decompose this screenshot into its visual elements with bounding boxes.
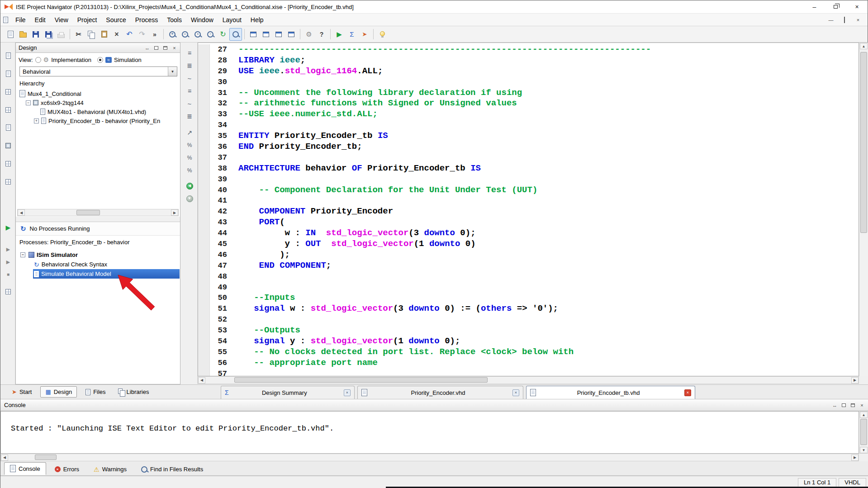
console-tab-console[interactable]: Console [4, 462, 46, 475]
close-tab-icon[interactable]: × [684, 389, 691, 396]
paste-button[interactable] [98, 28, 110, 41]
menu-layout[interactable]: Layout [218, 14, 246, 26]
mdi-minimize-button[interactable]: — [828, 17, 834, 23]
zoom-out-button[interactable]: − [179, 28, 191, 41]
settings-wrench-button[interactable]: ⚙ [303, 28, 315, 41]
code-line[interactable]: 28LIBRARY ieee; [198, 55, 859, 66]
menu-source[interactable]: Source [101, 14, 130, 26]
process-item[interactable]: ↻Behavioral Check Syntax [17, 260, 180, 269]
delete-button[interactable]: × [110, 28, 123, 41]
tab-design[interactable]: ▦Design [40, 386, 77, 398]
scroll-left-icon[interactable]: ◀ [1, 455, 8, 461]
zoom-full-button[interactable]: ▪ [191, 28, 204, 41]
menu-project[interactable]: Project [73, 14, 102, 26]
scroll-right-icon[interactable]: ▶ [851, 455, 859, 461]
menu-file[interactable]: File [11, 14, 30, 26]
hierarchy-scrollbar[interactable]: ◀ ▶ [17, 209, 179, 216]
code-line[interactable]: 46 ); [198, 250, 859, 261]
print-button[interactable] [55, 28, 67, 41]
float-panel-icon[interactable] [850, 403, 856, 408]
hierarchy-item[interactable]: −xc6slx9-2tqg144 [17, 98, 180, 107]
code-line[interactable]: 43 PORT( [198, 217, 859, 228]
tile-vertical-button[interactable] [272, 28, 285, 41]
collapse-icon[interactable]: − [26, 100, 31, 105]
redo-button[interactable]: ↷ [136, 28, 148, 41]
code-line[interactable]: 39 [198, 174, 859, 185]
syntax-percent-button[interactable]: % [185, 166, 194, 175]
close-tab-icon[interactable]: × [512, 389, 519, 396]
restore-button[interactable] [825, 0, 846, 13]
undo-button[interactable]: ↶ [123, 28, 136, 41]
stop-process-button[interactable]: ■ [3, 270, 13, 280]
squiggle-select-button[interactable]: ~ [185, 73, 194, 83]
replace-percent-button[interactable]: % [185, 153, 194, 163]
find-button[interactable] [229, 28, 242, 41]
rerun-process-button[interactable]: ▶ [3, 244, 13, 254]
code-line[interactable]: 54 signal y : std_logic_vector(1 downto … [198, 336, 859, 347]
floorplan-editor-button[interactable] [3, 105, 13, 115]
line-tools-button[interactable]: ≡ [185, 86, 194, 96]
code-line[interactable]: 41 [198, 195, 859, 206]
dock-horizontal-icon[interactable]: ↔ [832, 403, 838, 408]
mdi-close-button[interactable]: × [855, 17, 861, 23]
scrollbar-thumb[interactable] [860, 419, 867, 445]
console-output[interactable]: Started : "Launching ISE Text Editor to … [0, 411, 859, 454]
code-line[interactable]: 53 --Outputs [198, 325, 859, 336]
rtl-viewer-button[interactable] [3, 159, 13, 169]
close-panel-icon[interactable]: × [859, 403, 865, 408]
hint-bulb-button[interactable] [376, 28, 389, 41]
more-button[interactable]: » [148, 28, 161, 41]
editor-tab-priority-encoder-tb-vhd[interactable]: Priority_Encoder_tb.vhd× [526, 386, 695, 399]
scroll-right-icon[interactable]: ▶ [171, 209, 178, 216]
run-button[interactable]: ▶ [333, 28, 346, 41]
code-line[interactable]: 45 y : OUT std_logic_vector(1 downto 0) [198, 239, 859, 250]
console-tab-errors[interactable]: ×Errors [49, 463, 85, 475]
process-row[interactable]: ISim Simulator [28, 250, 180, 260]
code-line[interactable]: 29USE ieee.std_logic_1164.ALL; [198, 66, 859, 77]
squiggle-replace-button[interactable]: ~ [185, 99, 194, 109]
code-line[interactable]: 52 [198, 314, 859, 325]
editor-tab-design-summary[interactable]: ΣDesign Summary× [221, 386, 355, 399]
console-tab-warnings[interactable]: ⚠Warnings [88, 463, 133, 475]
editor-horizontal-scrollbar[interactable]: ◀ ▶ [198, 376, 859, 384]
radio-implementation[interactable] [35, 57, 41, 63]
cut-button[interactable]: ✂ [72, 28, 85, 41]
menu-edit[interactable]: Edit [30, 14, 50, 26]
editor-vertical-scrollbar[interactable]: ▲ ▼ [859, 43, 868, 384]
expand-icon[interactable]: + [34, 118, 39, 123]
code-line[interactable]: 57 [198, 369, 859, 376]
hierarchy-item[interactable]: Mux4_1_Conditional [17, 89, 180, 98]
code-line[interactable]: 27--------------------------------------… [198, 44, 859, 55]
create-schematic-button[interactable] [3, 87, 13, 97]
console-vertical-scrollbar[interactable]: ▲ ▼ [859, 411, 868, 454]
view-report-button[interactable] [3, 287, 13, 297]
code-line[interactable]: 47 END COMPONENT; [198, 261, 859, 271]
summary-sigma-button[interactable]: Σ [346, 28, 358, 41]
zoom-region-button[interactable]: ▫ [204, 28, 217, 41]
code-line[interactable]: 42 COMPONENT Priority_Encoder [198, 206, 859, 217]
code-line[interactable]: 30 [198, 77, 859, 88]
mdi-restore-button[interactable] [841, 17, 848, 23]
next-section-button[interactable]: ≣ [185, 61, 194, 71]
hierarchy-item[interactable]: +Priority_Encoder_tb - behavior (Priorit… [17, 116, 180, 125]
tab-libraries[interactable]: Libraries [114, 386, 154, 398]
goto-header-button[interactable]: ≡ [185, 48, 194, 58]
console-horizontal-scrollbar[interactable]: ◀ ▶ [0, 454, 859, 461]
code-area[interactable]: 27--------------------------------------… [198, 43, 859, 376]
console-tab-find-in-files-results[interactable]: Find in Files Results [135, 463, 209, 475]
code-line[interactable]: 48 [198, 271, 859, 282]
design-constraints-button[interactable] [3, 123, 13, 133]
maximize-panel-icon[interactable] [153, 45, 159, 51]
menu-help[interactable]: Help [246, 14, 268, 26]
menu-window[interactable]: Window [186, 14, 218, 26]
menu-view[interactable]: View [50, 14, 73, 26]
scrollbar-thumb[interactable] [76, 210, 100, 215]
tab-start[interactable]: ➤Start [7, 386, 37, 398]
previous-change-button[interactable]: ◀ [185, 181, 194, 191]
source-type-dropdown[interactable]: Behavioral ▼ [19, 66, 177, 76]
panel-splitter[interactable] [16, 217, 180, 222]
rerun-all-button[interactable]: ▶ [3, 257, 13, 267]
line-marks-button[interactable]: ≣ [185, 111, 194, 121]
close-tab-icon[interactable]: × [344, 389, 351, 396]
save-all-button[interactable] [42, 28, 55, 41]
